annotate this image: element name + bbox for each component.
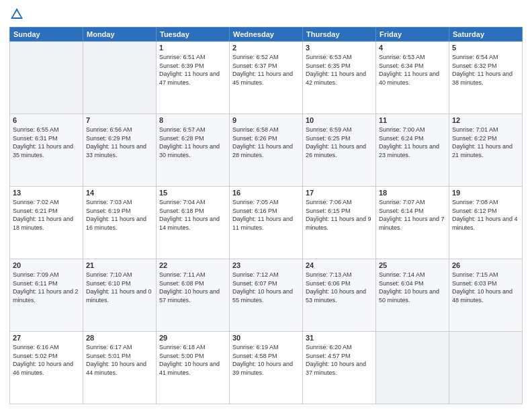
day-info: Sunrise: 6:53 AM Sunset: 6:34 PM Dayligh… (379, 53, 446, 87)
day-number: 30 (232, 334, 300, 342)
day-info: Sunrise: 6:51 AM Sunset: 6:39 PM Dayligh… (159, 53, 226, 87)
day-info: Sunrise: 7:00 AM Sunset: 6:24 PM Dayligh… (379, 126, 446, 159)
day-info: Sunrise: 7:10 AM Sunset: 6:10 PM Dayligh… (86, 271, 153, 304)
day-number: 10 (306, 116, 373, 124)
weekday-header-monday: Monday (83, 28, 157, 42)
day-number: 24 (306, 261, 373, 269)
calendar-cell: 12Sunrise: 7:01 AM Sunset: 6:22 PM Dayli… (449, 114, 523, 187)
day-number: 16 (232, 189, 300, 197)
day-number: 11 (379, 116, 446, 124)
day-number: 19 (452, 189, 519, 197)
logo-icon (9, 7, 24, 21)
day-info: Sunrise: 6:17 AM Sunset: 5:01 PM Dayligh… (86, 343, 153, 377)
day-number: 21 (86, 261, 153, 269)
day-info: Sunrise: 6:56 AM Sunset: 6:29 PM Dayligh… (86, 126, 153, 159)
week-row-0: 1Sunrise: 6:51 AM Sunset: 6:39 PM Daylig… (10, 42, 523, 114)
logo (9, 7, 27, 21)
day-number: 5 (452, 44, 519, 52)
day-info: Sunrise: 6:18 AM Sunset: 5:00 PM Dayligh… (159, 343, 226, 377)
day-number: 2 (232, 44, 300, 52)
day-info: Sunrise: 7:14 AM Sunset: 6:04 PM Dayligh… (379, 271, 446, 304)
calendar-cell: 3Sunrise: 6:53 AM Sunset: 6:35 PM Daylig… (303, 42, 376, 114)
day-number: 20 (13, 261, 80, 269)
calendar-cell: 11Sunrise: 7:00 AM Sunset: 6:24 PM Dayli… (376, 114, 449, 187)
day-number: 8 (159, 116, 226, 124)
day-number: 23 (232, 261, 300, 269)
day-number: 27 (13, 334, 80, 342)
calendar-cell: 10Sunrise: 6:59 AM Sunset: 6:25 PM Dayli… (303, 114, 376, 187)
day-number: 15 (159, 189, 226, 197)
day-number: 7 (86, 116, 153, 124)
calendar-cell: 8Sunrise: 6:57 AM Sunset: 6:28 PM Daylig… (157, 114, 230, 187)
calendar-cell: 20Sunrise: 7:09 AM Sunset: 6:11 PM Dayli… (10, 259, 83, 332)
day-info: Sunrise: 7:11 AM Sunset: 6:08 PM Dayligh… (159, 271, 226, 304)
day-number: 18 (379, 189, 446, 197)
day-info: Sunrise: 6:52 AM Sunset: 6:37 PM Dayligh… (232, 53, 300, 87)
day-info: Sunrise: 7:08 AM Sunset: 6:12 PM Dayligh… (452, 198, 519, 232)
day-number: 26 (452, 261, 519, 269)
calendar-cell: 16Sunrise: 7:05 AM Sunset: 6:16 PM Dayli… (230, 187, 303, 259)
calendar-cell: 26Sunrise: 7:15 AM Sunset: 6:03 PM Dayli… (449, 259, 523, 332)
calendar-cell: 17Sunrise: 7:06 AM Sunset: 6:15 PM Dayli… (303, 187, 376, 259)
day-number: 14 (86, 189, 153, 197)
day-info: Sunrise: 7:09 AM Sunset: 6:11 PM Dayligh… (13, 271, 80, 304)
day-info: Sunrise: 7:15 AM Sunset: 6:03 PM Dayligh… (452, 271, 519, 304)
day-number: 6 (13, 116, 80, 124)
day-info: Sunrise: 7:07 AM Sunset: 6:14 PM Dayligh… (379, 198, 446, 232)
day-info: Sunrise: 6:16 AM Sunset: 5:02 PM Dayligh… (13, 343, 80, 377)
day-number: 22 (159, 261, 226, 269)
day-number: 31 (306, 334, 373, 342)
day-info: Sunrise: 7:13 AM Sunset: 6:06 PM Dayligh… (306, 271, 373, 304)
header (9, 7, 523, 21)
weekday-header-friday: Friday (376, 28, 449, 42)
calendar-cell: 25Sunrise: 7:14 AM Sunset: 6:04 PM Dayli… (376, 259, 449, 332)
calendar-cell: 5Sunrise: 6:54 AM Sunset: 6:32 PM Daylig… (449, 42, 523, 114)
day-number: 25 (379, 261, 446, 269)
day-number: 17 (306, 189, 373, 197)
day-number: 9 (232, 116, 300, 124)
calendar-cell (449, 332, 523, 404)
calendar-cell: 2Sunrise: 6:52 AM Sunset: 6:37 PM Daylig… (230, 42, 303, 114)
day-info: Sunrise: 6:19 AM Sunset: 4:58 PM Dayligh… (232, 343, 300, 377)
day-number: 13 (13, 189, 80, 197)
weekday-header-saturday: Saturday (449, 28, 523, 42)
day-info: Sunrise: 7:12 AM Sunset: 6:07 PM Dayligh… (232, 271, 300, 304)
day-info: Sunrise: 7:06 AM Sunset: 6:15 PM Dayligh… (306, 198, 373, 232)
calendar-cell: 15Sunrise: 7:04 AM Sunset: 6:18 PM Dayli… (157, 187, 230, 259)
calendar-cell: 29Sunrise: 6:18 AM Sunset: 5:00 PM Dayli… (157, 332, 230, 404)
calendar-cell: 28Sunrise: 6:17 AM Sunset: 5:01 PM Dayli… (83, 332, 157, 404)
calendar-cell: 19Sunrise: 7:08 AM Sunset: 6:12 PM Dayli… (449, 187, 523, 259)
week-row-2: 13Sunrise: 7:02 AM Sunset: 6:21 PM Dayli… (10, 187, 523, 259)
weekday-header-tuesday: Tuesday (157, 28, 230, 42)
calendar-cell (10, 42, 83, 114)
day-number: 12 (452, 116, 519, 124)
day-number: 4 (379, 44, 446, 52)
calendar-cell: 13Sunrise: 7:02 AM Sunset: 6:21 PM Dayli… (10, 187, 83, 259)
weekday-header-row: SundayMondayTuesdayWednesdayThursdayFrid… (10, 28, 523, 42)
calendar-cell: 1Sunrise: 6:51 AM Sunset: 6:39 PM Daylig… (157, 42, 230, 114)
calendar-cell: 14Sunrise: 7:03 AM Sunset: 6:19 PM Dayli… (83, 187, 157, 259)
calendar-cell (83, 42, 157, 114)
week-row-3: 20Sunrise: 7:09 AM Sunset: 6:11 PM Dayli… (10, 259, 523, 332)
day-info: Sunrise: 6:59 AM Sunset: 6:25 PM Dayligh… (306, 126, 373, 159)
calendar-cell (376, 332, 449, 404)
day-info: Sunrise: 6:57 AM Sunset: 6:28 PM Dayligh… (159, 126, 226, 159)
day-number: 29 (159, 334, 226, 342)
day-info: Sunrise: 6:58 AM Sunset: 6:26 PM Dayligh… (232, 126, 300, 159)
day-number: 3 (306, 44, 373, 52)
day-info: Sunrise: 7:04 AM Sunset: 6:18 PM Dayligh… (159, 198, 226, 232)
page: SundayMondayTuesdayWednesdayThursdayFrid… (0, 0, 532, 411)
calendar-cell: 7Sunrise: 6:56 AM Sunset: 6:29 PM Daylig… (83, 114, 157, 187)
calendar-cell: 18Sunrise: 7:07 AM Sunset: 6:14 PM Dayli… (376, 187, 449, 259)
calendar-cell: 24Sunrise: 7:13 AM Sunset: 6:06 PM Dayli… (303, 259, 376, 332)
calendar-table: SundayMondayTuesdayWednesdayThursdayFrid… (9, 27, 523, 404)
day-info: Sunrise: 7:03 AM Sunset: 6:19 PM Dayligh… (86, 198, 153, 232)
calendar-cell: 31Sunrise: 6:20 AM Sunset: 4:57 PM Dayli… (303, 332, 376, 404)
calendar-cell: 6Sunrise: 6:55 AM Sunset: 6:31 PM Daylig… (10, 114, 83, 187)
weekday-header-sunday: Sunday (10, 28, 83, 42)
day-info: Sunrise: 7:05 AM Sunset: 6:16 PM Dayligh… (232, 198, 300, 232)
week-row-4: 27Sunrise: 6:16 AM Sunset: 5:02 PM Dayli… (10, 332, 523, 404)
calendar-cell: 4Sunrise: 6:53 AM Sunset: 6:34 PM Daylig… (376, 42, 449, 114)
day-info: Sunrise: 7:01 AM Sunset: 6:22 PM Dayligh… (452, 126, 519, 159)
calendar-cell: 9Sunrise: 6:58 AM Sunset: 6:26 PM Daylig… (230, 114, 303, 187)
